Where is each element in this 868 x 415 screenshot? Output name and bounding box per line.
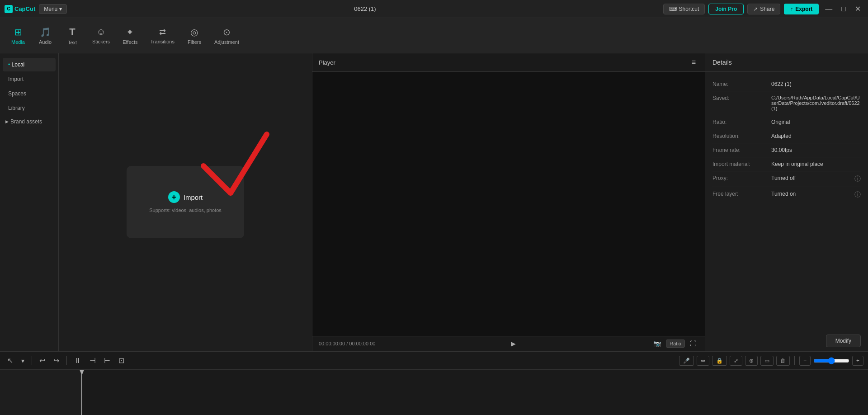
toolbar-filters[interactable]: ◎ Filters (181, 24, 208, 47)
subtitle-button[interactable]: ▭ (760, 356, 774, 366)
effects-label: Effects (123, 39, 137, 45)
title-bar-actions: ⌨ Shortcut Join Pro ↗ Share ↑ Export — □… (663, 4, 863, 14)
import-plus-icon: + (168, 191, 180, 203)
toolbar-audio[interactable]: 🎵 Audio (32, 24, 59, 47)
main-area: Local Import Spaces Library ▶ Brand asse… (0, 53, 868, 351)
detail-name: Name: 0622 (1) (712, 77, 861, 91)
keyboard-icon: ⌨ (669, 6, 677, 12)
toolbar-separator-2 (66, 356, 67, 365)
import-label: Import (184, 193, 203, 201)
share-icon: ↗ (753, 6, 758, 12)
shortcut-button[interactable]: ⌨ Shortcut (663, 4, 705, 14)
import-box[interactable]: + Import Supports: videos, audios, photo… (127, 166, 244, 238)
app-name: CapCut (14, 5, 35, 12)
import-area: + Import Supports: videos, audios, photo… (59, 53, 312, 351)
sidebar-item-import[interactable]: Import (3, 72, 56, 86)
ratio-value: Original (771, 119, 861, 125)
trim-start-button[interactable]: ⊣ (87, 355, 99, 366)
close-button[interactable]: ✕ (852, 5, 863, 13)
toolbar-adjustment[interactable]: ⊙ Adjustment (208, 24, 245, 47)
zoom-slider[interactable] (813, 357, 849, 364)
trim-end-button[interactable]: ⊢ (101, 355, 113, 366)
toolbar-transitions[interactable]: ⇄ Transitions (144, 24, 181, 47)
timeline-content: ⊞ Drag material here and start to create (0, 370, 868, 415)
menu-button[interactable]: Menu ▾ (39, 4, 67, 14)
framerate-value: 30.00fps (771, 147, 861, 153)
align-button[interactable]: ⊕ (745, 356, 758, 366)
free-layer-label: Free layer: (712, 191, 771, 197)
text-icon: T (69, 26, 75, 38)
details-panel: Details Name: 0622 (1) Saved: C:/Users/R… (705, 53, 868, 351)
free-layer-value: Turned on (771, 191, 851, 197)
app-logo: C CapCut (5, 5, 35, 13)
share-button[interactable]: ↗ Share (747, 4, 780, 14)
resolution-value: Adapted (771, 133, 861, 139)
effects-icon: ✦ (126, 27, 134, 38)
chevron-right-icon: ▶ (5, 119, 9, 124)
export-button[interactable]: ↑ Export (784, 4, 819, 14)
join-pro-button[interactable]: Join Pro (708, 4, 744, 14)
transitions-icon: ⇄ (159, 27, 166, 37)
zoom-out-button[interactable]: − (799, 356, 811, 366)
media-panel: + Import Supports: videos, audios, photo… (59, 53, 312, 351)
adjustment-icon: ⊙ (223, 27, 231, 38)
toolbar-stickers[interactable]: ☺ Stickers (86, 24, 116, 47)
timeline-tracks: ⊞ Drag material here and start to create (0, 377, 868, 415)
crop-button[interactable]: ⊡ (116, 355, 127, 366)
spaces-label: Spaces (8, 90, 26, 97)
toolbar-separator-1 (32, 356, 32, 365)
toolbar-effects[interactable]: ✦ Effects (116, 24, 144, 47)
menu-arrow-icon: ▾ (59, 6, 62, 12)
split-button[interactable]: ⏸ (71, 355, 84, 366)
minimize-button[interactable]: — (822, 5, 835, 13)
detail-ratio: Ratio: Original (712, 115, 861, 129)
player-viewport (312, 72, 705, 336)
audio-label: Audio (39, 39, 52, 45)
sidebar-item-brand-assets[interactable]: ▶ Brand assets (0, 116, 58, 127)
lock-tracks-button[interactable]: 🔒 (712, 356, 727, 366)
play-button[interactable]: ▶ (509, 339, 518, 348)
import-sublabel: Supports: videos, audios, photos (149, 208, 222, 213)
undo-button[interactable]: ↩ (37, 355, 48, 366)
local-label: Local (12, 61, 25, 68)
audio-icon: 🎵 (40, 27, 51, 38)
zoom-in-button[interactable]: + (852, 356, 863, 366)
delete-button[interactable]: 🗑 (776, 356, 790, 366)
name-value: 0622 (1) (771, 81, 861, 87)
modify-button[interactable]: Modify (826, 335, 861, 347)
import-material-label: Import material: (712, 161, 771, 167)
resolution-label: Resolution: (712, 133, 771, 139)
select-tool-button[interactable]: ↖ (5, 355, 16, 366)
toolbar-media[interactable]: ⊞ Media (5, 24, 32, 47)
detail-free-layer: Free layer: Turned on ⓘ (712, 187, 861, 203)
player-header: Player ≡ (312, 53, 705, 72)
toolbar-separator-3 (794, 356, 795, 365)
sidebar-item-spaces[interactable]: Spaces (3, 87, 56, 100)
player-menu-button[interactable]: ≡ (689, 57, 698, 68)
toolbar-text[interactable]: T Text (59, 24, 86, 48)
ratio-button[interactable]: Ratio (666, 340, 685, 348)
adjustment-label: Adjustment (214, 39, 239, 45)
unlink-button[interactable]: ⤢ (730, 356, 742, 366)
screenshot-button[interactable]: 📷 (651, 339, 663, 348)
sidebar-item-library[interactable]: Library (3, 101, 56, 115)
microphone-button[interactable]: 🎤 (679, 356, 694, 366)
framerate-label: Frame rate: (712, 147, 771, 153)
ratio-label: Ratio: (712, 119, 771, 125)
sidebar-item-local[interactable]: Local (3, 58, 56, 71)
red-checkmark-icon (199, 130, 271, 202)
details-body: Name: 0622 (1) Saved: C:/Users/Ruth/AppD… (705, 72, 868, 331)
timeline-right-tools: 🎤 ⇔ 🔒 ⤢ ⊕ ▭ 🗑 − + (679, 356, 863, 366)
transitions-label: Transitions (151, 39, 175, 44)
redo-button[interactable]: ↪ (51, 355, 62, 366)
import-button-row: + Import (168, 191, 203, 203)
library-label: Library (8, 105, 25, 111)
saved-value: C:/Users/Ruth/AppData/Local/CapCut/UserD… (771, 95, 861, 111)
brand-assets-label: Brand assets (10, 118, 42, 125)
details-header: Details (705, 53, 868, 72)
link-tracks-button[interactable]: ⇔ (697, 356, 709, 366)
select-dropdown-button[interactable]: ▾ (19, 356, 27, 366)
fullscreen-button[interactable]: ⛶ (688, 339, 698, 348)
detail-proxy: Proxy: Turned off ⓘ (712, 171, 861, 187)
maximize-button[interactable]: □ (839, 5, 849, 13)
